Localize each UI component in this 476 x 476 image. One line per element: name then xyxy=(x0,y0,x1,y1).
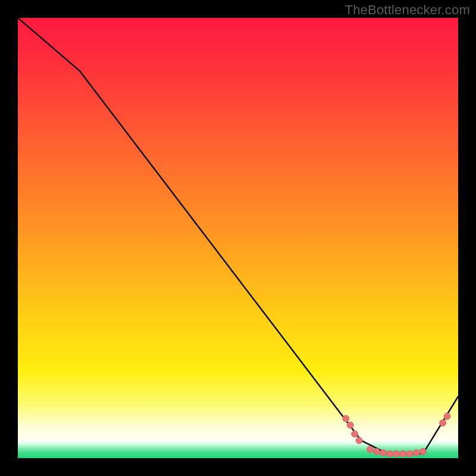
data-marker xyxy=(419,448,426,455)
data-marker xyxy=(380,450,387,456)
data-marker xyxy=(347,422,353,428)
data-marker xyxy=(440,419,446,426)
data-marker xyxy=(400,450,406,457)
data-marker xyxy=(343,415,349,422)
watermark-text: TheBottlenecker.com xyxy=(345,2,470,18)
data-marker xyxy=(356,437,362,444)
data-marker xyxy=(352,431,358,437)
data-marker xyxy=(393,450,400,457)
data-marker xyxy=(444,413,450,419)
data-marker xyxy=(367,446,374,453)
data-marker xyxy=(374,448,380,455)
data-marker xyxy=(387,450,393,457)
data-marker xyxy=(406,450,413,457)
chart-svg xyxy=(18,18,458,458)
plot-area xyxy=(18,18,458,458)
chart-line xyxy=(18,18,458,454)
data-marker xyxy=(413,450,419,456)
chart-frame: TheBottlenecker.com xyxy=(0,0,476,476)
